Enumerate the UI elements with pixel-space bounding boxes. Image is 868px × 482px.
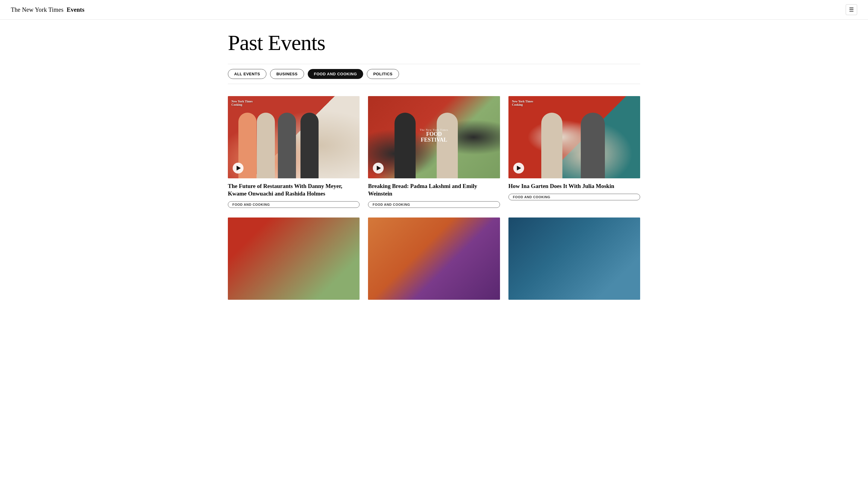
page-title: Past Events <box>228 30 640 56</box>
figure-y <box>581 113 605 179</box>
event-card-1: New York TimesCooking The Future of Rest… <box>228 96 360 208</box>
filter-bar: ALL EVENTS BUSINESS FOOD AND COOKING POL… <box>228 64 640 84</box>
thumb-nyt-text-1: New York TimesCooking <box>231 100 253 106</box>
event-thumbnail-1[interactable]: New York TimesCooking <box>228 96 360 178</box>
event-card-5 <box>368 218 500 304</box>
event-thumbnail-3[interactable]: New York TimesCooking <box>508 96 640 178</box>
event-thumbnail-6[interactable] <box>508 218 640 300</box>
play-button-2[interactable] <box>373 163 384 173</box>
event-tag-1[interactable]: FOOD AND COOKING <box>228 201 360 208</box>
event-card-4 <box>228 218 360 304</box>
event-card-2: The New York Times FOODFESTIVAL Breaking… <box>368 96 500 208</box>
filter-business[interactable]: BUSINESS <box>270 69 304 79</box>
figure-x <box>541 113 562 179</box>
play-button-3[interactable] <box>513 163 524 173</box>
site-logo[interactable]: The New York Times Events <box>11 6 84 13</box>
figure-3 <box>278 113 296 179</box>
event-card-6 <box>508 218 640 304</box>
event-title-1: The Future of Restaurants With Danny Mey… <box>228 183 360 197</box>
menu-button[interactable]: ☰ <box>846 4 857 15</box>
event-thumbnail-4[interactable] <box>228 218 360 300</box>
thumb-nyt-text-3: New York TimesCooking <box>512 100 533 106</box>
figure-a <box>395 113 415 179</box>
event-title-2: Breaking Bread: Padma Lakshmi and Emily … <box>368 183 500 197</box>
figure-2 <box>257 113 275 179</box>
logo-nyt: The New York Times <box>11 6 64 13</box>
filter-politics[interactable]: POLITICS <box>367 69 399 79</box>
event-thumbnail-2[interactable]: The New York Times FOODFESTIVAL <box>368 96 500 178</box>
filter-food-and-cooking[interactable]: FOOD AND COOKING <box>308 69 364 79</box>
site-header: The New York Times Events ☰ <box>0 0 868 20</box>
logo-events: Events <box>67 6 84 13</box>
figure-4 <box>301 113 318 179</box>
thumb-festival-text: The New York Times FOODFESTIVAL <box>420 128 448 143</box>
event-tag-2[interactable]: FOOD AND COOKING <box>368 201 500 208</box>
page-main: Past Events ALL EVENTS BUSINESS FOOD AND… <box>217 30 651 304</box>
filter-all-events[interactable]: ALL EVENTS <box>228 69 267 79</box>
events-grid: New York TimesCooking The Future of Rest… <box>228 96 640 304</box>
figure-b <box>437 113 458 179</box>
event-card-3: New York TimesCooking How Ina Garten Doe… <box>508 96 640 208</box>
event-thumbnail-5[interactable] <box>368 218 500 300</box>
event-tag-3[interactable]: FOOD AND COOKING <box>508 194 640 200</box>
event-title-3: How Ina Garten Does It With Julia Moskin <box>508 183 640 190</box>
